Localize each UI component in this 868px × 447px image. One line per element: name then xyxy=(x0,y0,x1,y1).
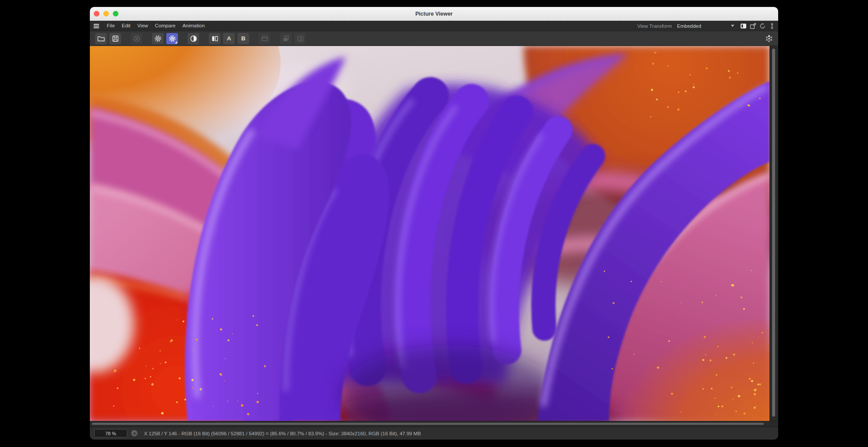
image-canvas[interactable] xyxy=(90,46,769,421)
panel-toggle-icon[interactable] xyxy=(740,22,747,30)
render-nodes-button[interactable] xyxy=(763,33,775,44)
horizontal-scrollbar-track[interactable] xyxy=(90,421,770,427)
filter-enabled-button[interactable] xyxy=(166,33,178,44)
chevron-down-icon xyxy=(731,25,734,27)
status-bar: 78 % X 1258 / Y 146 - RGB (16 Bit) (5609… xyxy=(90,427,778,440)
viewer-area xyxy=(90,46,778,421)
pixel-status-text: X 1258 / Y 146 - RGB (16 Bit) (56096 / 5… xyxy=(144,431,421,436)
menu-edit[interactable]: Edit xyxy=(118,21,134,31)
dock-updown-icon[interactable] xyxy=(768,22,776,30)
vertical-scrollbar-thumb[interactable] xyxy=(772,49,775,417)
copy-layers-button[interactable] xyxy=(280,33,292,44)
menu-view[interactable]: View xyxy=(134,21,151,31)
link-frames-button[interactable] xyxy=(259,33,270,44)
menu-file[interactable]: File xyxy=(103,21,118,31)
chevron-down-icon xyxy=(133,433,136,434)
zoom-level-field[interactable]: 78 % xyxy=(94,429,127,437)
detach-window-icon[interactable] xyxy=(749,22,756,30)
ab-compare-button[interactable] xyxy=(209,33,220,44)
filter-settings-button[interactable] xyxy=(152,33,164,44)
menu-bar: File Edit View Compare Animation View Tr… xyxy=(90,21,778,31)
horizontal-scrollbar-row xyxy=(90,421,778,427)
title-bar[interactable]: Picture Viewer xyxy=(90,7,778,21)
rotate-view-icon[interactable] xyxy=(759,22,766,30)
submenu-corner-icon xyxy=(175,41,177,43)
view-transform-dropdown[interactable]: Embedded xyxy=(677,23,734,29)
hamburger-menu-icon[interactable] xyxy=(93,23,100,30)
stop-render-button[interactable] xyxy=(131,33,142,44)
menu-compare[interactable]: Compare xyxy=(151,21,179,31)
swap-images-button[interactable] xyxy=(294,33,306,44)
scrollbar-corner xyxy=(770,421,778,427)
desktop-background: Picture Viewer File Edit View Compare An… xyxy=(0,0,868,447)
toolbar: A B xyxy=(90,31,778,46)
set-image-a-button[interactable]: A xyxy=(223,33,235,44)
window-title: Picture Viewer xyxy=(90,11,778,17)
vertical-scrollbar-track[interactable] xyxy=(769,46,778,421)
zoom-dropdown-button[interactable] xyxy=(131,430,138,437)
save-image-button[interactable] xyxy=(109,33,121,44)
set-image-b-button[interactable]: B xyxy=(237,33,249,44)
rendered-image xyxy=(90,46,769,421)
view-transform-label: View Transform xyxy=(637,23,672,29)
letter-b-icon: B xyxy=(241,35,246,42)
menu-animation[interactable]: Animation xyxy=(179,21,208,31)
letter-a-icon: A xyxy=(227,35,231,42)
horizontal-scrollbar-thumb[interactable] xyxy=(92,423,764,425)
open-folder-button[interactable] xyxy=(95,33,107,44)
compare-contrast-button[interactable] xyxy=(187,33,199,44)
view-transform-value: Embedded xyxy=(677,23,701,29)
picture-viewer-window: Picture Viewer File Edit View Compare An… xyxy=(90,7,778,440)
